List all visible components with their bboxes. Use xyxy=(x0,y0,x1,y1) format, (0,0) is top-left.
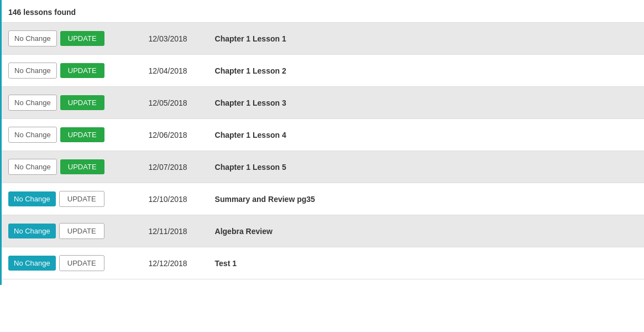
lessons-list: No Change UPDATE 12/03/2018 Chapter 1 Le… xyxy=(2,22,644,279)
lesson-title: Chapter 1 Lesson 3 xyxy=(215,98,286,107)
lesson-date: 12/03/2018 xyxy=(149,34,210,43)
lesson-date: 12/07/2018 xyxy=(149,163,210,172)
lesson-date: 12/10/2018 xyxy=(149,195,210,204)
no-change-button[interactable]: No Change xyxy=(8,30,57,46)
lesson-date: 12/04/2018 xyxy=(149,66,210,75)
lesson-row: No Change UPDATE 12/06/2018 Chapter 1 Le… xyxy=(2,118,644,151)
lesson-title: Test 1 xyxy=(215,259,237,268)
page-container: 146 lessons found No Change UPDATE 12/03… xyxy=(0,0,644,285)
lessons-count: 146 lessons found xyxy=(2,6,644,22)
update-button[interactable]: UPDATE xyxy=(60,95,104,110)
lesson-title: Summary and Review pg35 xyxy=(215,195,315,204)
lesson-title: Chapter 1 Lesson 2 xyxy=(215,66,286,75)
no-change-button[interactable]: No Change xyxy=(8,95,57,111)
update-button[interactable]: UPDATE xyxy=(60,127,104,142)
lesson-date: 12/11/2018 xyxy=(149,227,210,236)
lesson-row: No Change UPDATE 12/05/2018 Chapter 1 Le… xyxy=(2,86,644,118)
update-button[interactable]: UPDATE xyxy=(59,255,104,271)
update-button[interactable]: UPDATE xyxy=(59,191,104,207)
lesson-title: Chapter 1 Lesson 5 xyxy=(215,163,286,172)
lesson-row: No Change UPDATE 12/04/2018 Chapter 1 Le… xyxy=(2,54,644,86)
no-change-button[interactable]: No Change xyxy=(8,63,57,79)
no-change-button[interactable]: No Change xyxy=(8,191,56,206)
lesson-row: No Change UPDATE 12/12/2018 Test 1 xyxy=(2,247,644,279)
lesson-row: No Change UPDATE 12/07/2018 Chapter 1 Le… xyxy=(2,151,644,183)
update-button[interactable]: UPDATE xyxy=(60,63,104,78)
update-button[interactable]: UPDATE xyxy=(59,223,104,239)
lesson-date: 12/06/2018 xyxy=(149,131,210,139)
no-change-button[interactable]: No Change xyxy=(8,127,57,143)
update-button[interactable]: UPDATE xyxy=(60,31,104,46)
no-change-button[interactable]: No Change xyxy=(8,159,57,175)
no-change-button[interactable]: No Change xyxy=(8,256,56,271)
lesson-date: 12/05/2018 xyxy=(149,98,210,107)
lesson-row: No Change UPDATE 12/03/2018 Chapter 1 Le… xyxy=(2,22,644,54)
lesson-title: Chapter 1 Lesson 4 xyxy=(215,131,286,139)
update-button[interactable]: UPDATE xyxy=(60,159,104,174)
lesson-row: No Change UPDATE 12/11/2018 Algebra Revi… xyxy=(2,215,644,247)
lesson-row: No Change UPDATE 12/10/2018 Summary and … xyxy=(2,183,644,215)
lesson-title: Algebra Review xyxy=(215,227,273,236)
no-change-button[interactable]: No Change xyxy=(8,224,56,238)
lesson-title: Chapter 1 Lesson 1 xyxy=(215,34,286,43)
lesson-date: 12/12/2018 xyxy=(149,259,210,268)
